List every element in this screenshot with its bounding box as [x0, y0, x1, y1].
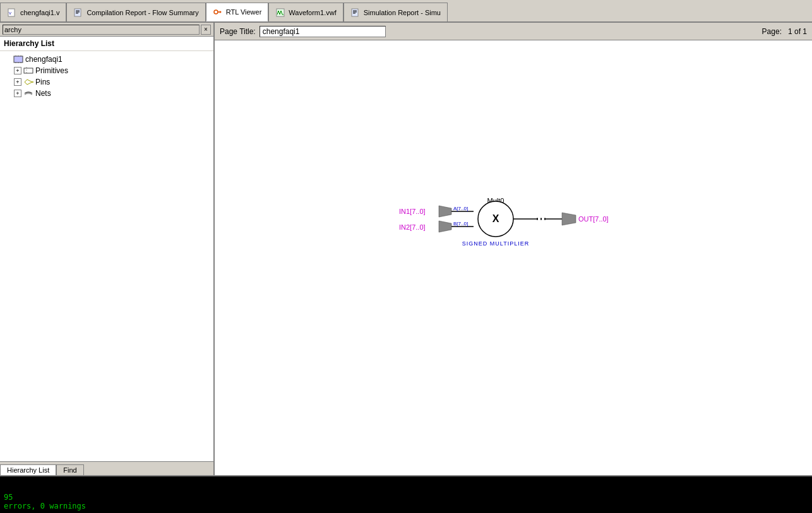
tab-chengfaqi1v-label: chengfaqi1.v — [20, 9, 59, 16]
status-line1: 95 — [4, 493, 808, 502]
page-title-label: Page Title: — [220, 27, 256, 36]
tab-chengfaqi1v[interactable]: V chengfaqi1.v — [0, 3, 66, 21]
nets-icon — [23, 90, 33, 97]
a-wire-label: A[7..0] — [453, 206, 468, 211]
svg-text:V: V — [9, 11, 11, 15]
expand-pins[interactable]: + — [14, 78, 21, 86]
tree-label-chengfaqi1: chengfaqi1 — [25, 55, 63, 64]
file-v-icon: V — [7, 8, 17, 18]
status-bar: 95 errors, 0 warnings — [0, 475, 812, 513]
tab-waveform-label: Waveform1.vwf — [289, 9, 336, 16]
in2-connector — [439, 221, 451, 232]
tab-compilation-label: Compilation Report - Flow Summary — [87, 9, 198, 16]
tree-item-nets[interactable]: + Nets — [11, 88, 212, 99]
rtl-canvas: IN1[7..0] IN2[7..0] A[7..0] B[7..0] Mult… — [215, 40, 812, 475]
panel-header: × — [0, 23, 213, 37]
multiplier-x: X — [493, 213, 499, 224]
tree-item-primitives[interactable]: + Primitives — [11, 65, 212, 76]
bottom-tab-find[interactable]: Find — [56, 464, 83, 475]
svg-rect-2 — [75, 9, 81, 16]
tab-waveform[interactable]: Waveform1.vwf — [268, 3, 343, 21]
tree-item-chengfaqi1[interactable]: chengfaqi1 — [1, 54, 212, 65]
tab-simulation-label: Simulation Report - Simu — [364, 9, 441, 16]
waveform-icon — [275, 8, 285, 18]
b-wire-label: B[7..0] — [453, 221, 468, 227]
in2-label: IN2[7..0] — [399, 223, 426, 231]
rtl-toolbar: Page Title: Page: 1 of 1 — [215, 23, 812, 40]
rtl-diagram-svg: IN1[7..0] IN2[7..0] A[7..0] B[7..0] Mult… — [215, 40, 812, 475]
expand-nets[interactable]: + — [14, 90, 21, 97]
bottom-tabs: Hierarchy List Find — [0, 461, 213, 475]
tab-bar: V chengfaqi1.v Compilation Report - Flow… — [0, 0, 812, 23]
tree-area: chengfaqi1 + Primitives + — [0, 51, 213, 461]
in1-label: IN1[7..0] — [399, 208, 426, 215]
svg-marker-23 — [25, 80, 32, 85]
rtl-panel: Page Title: Page: 1 of 1 IN1[7..0] IN2[7… — [215, 23, 812, 475]
in1-connector — [439, 206, 451, 217]
tab-compilation-report[interactable]: Compilation Report - Flow Summary — [66, 3, 205, 21]
panel-pin-button[interactable]: × — [201, 25, 211, 35]
panel-title-input[interactable] — [3, 25, 200, 35]
tab-simulation-report[interactable]: Simulation Report - Simu — [343, 3, 448, 21]
left-panel: × Hierarchy List chengfa — [0, 23, 215, 475]
signed-multiplier-label: SIGNED MULTIPLIER — [462, 240, 529, 247]
svg-marker-8 — [220, 11, 222, 13]
expand-primitives[interactable]: + — [14, 67, 21, 74]
tree-label-nets: Nets — [35, 89, 51, 98]
svg-rect-14 — [14, 56, 23, 62]
main-area: × Hierarchy List chengfa — [0, 23, 812, 475]
svg-point-6 — [214, 10, 218, 14]
out-label: OUT[7..0] — [578, 215, 609, 223]
svg-rect-10 — [352, 9, 358, 16]
sim-report-icon — [350, 8, 361, 18]
tree-label-primitives: Primitives — [35, 66, 68, 75]
pins-icon — [23, 78, 33, 86]
primitives-icon — [23, 67, 33, 74]
svg-rect-21 — [24, 68, 33, 73]
chip-icon — [13, 56, 23, 63]
rtl-icon — [213, 7, 223, 17]
report-icon — [73, 8, 83, 18]
out-connector — [562, 213, 576, 225]
page-value: 1 of 1 — [788, 27, 807, 36]
tree-item-pins[interactable]: + Pins — [11, 76, 212, 88]
page-label: Page: — [762, 27, 782, 36]
bottom-tab-hierarchy[interactable]: Hierarchy List — [0, 464, 56, 475]
tab-rtl-label: RTL Viewer — [226, 8, 262, 16]
tree-label-pins: Pins — [35, 78, 50, 86]
tab-rtl-viewer[interactable]: RTL Viewer — [206, 3, 269, 21]
page-title-input[interactable] — [260, 26, 386, 37]
hierarchy-list-header: Hierarchy List — [0, 37, 213, 51]
status-line2: errors, 0 warnings — [4, 502, 808, 510]
